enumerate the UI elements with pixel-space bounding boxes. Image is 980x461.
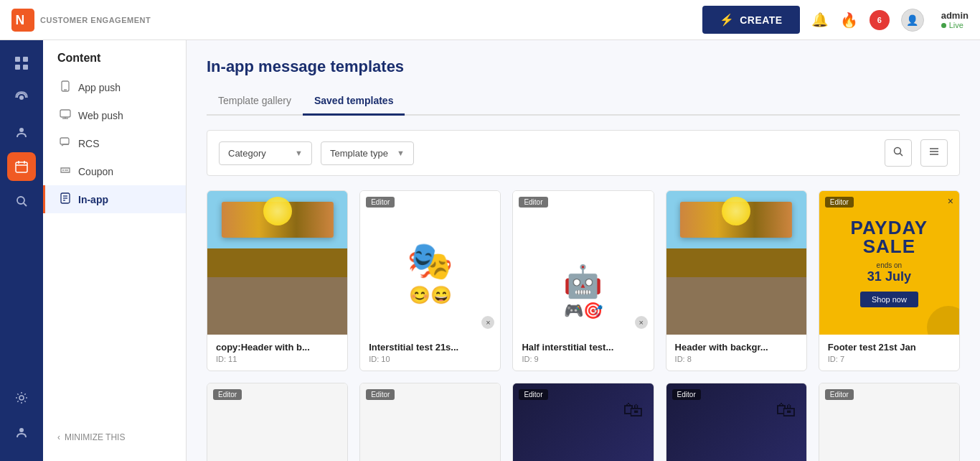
close-icon-5[interactable]: × — [948, 195, 953, 207]
shop-now-button[interactable]: Shop now — [860, 292, 918, 307]
sidebar-item-in-app[interactable]: In-app — [43, 185, 186, 213]
svg-rect-8 — [16, 162, 27, 172]
web-push-icon — [60, 108, 71, 122]
logo: N CUSTOMER ENGAGEMENT — [11, 9, 151, 32]
coupon-label: Coupon — [78, 166, 113, 177]
rail-item-grid[interactable] — [7, 49, 36, 78]
editor-badge-7: Editor — [366, 389, 395, 400]
nav-icons: 🔔 🔥 6 👤 admin Live — [811, 9, 969, 32]
create-button[interactable]: ⚡ CREATE — [702, 6, 800, 34]
top-nav: N CUSTOMER ENGAGEMENT ⚡ CREATE 🔔 🔥 6 👤 a… — [0, 0, 980, 40]
list-view-icon — [928, 146, 940, 157]
rail-item-users[interactable] — [7, 118, 36, 146]
category-filter[interactable]: Category ▼ — [219, 141, 312, 165]
rail-item-calendar[interactable] — [7, 152, 36, 181]
card-id-5: ID: 7 — [828, 355, 951, 363]
editor-badge-8: Editor — [519, 389, 547, 400]
template-type-chevron-icon: ▼ — [397, 149, 405, 157]
app-push-icon — [60, 80, 71, 94]
svg-point-12 — [17, 197, 24, 204]
sidebar-item-coupon[interactable]: Coupon — [43, 157, 186, 185]
tab-saved-templates[interactable]: Saved templates — [303, 88, 405, 116]
minimize-arrow-icon: ‹ — [57, 432, 60, 442]
tab-template-gallery[interactable]: Template gallery — [207, 88, 303, 116]
card-name-5: Footer test 21st Jan — [828, 342, 951, 353]
category-filter-label: Category — [228, 148, 266, 159]
svg-rect-3 — [23, 57, 28, 62]
rail-item-settings[interactable] — [7, 383, 36, 412]
card-id-1: ID: 11 — [216, 355, 339, 363]
editor-badge-9: Editor — [672, 389, 701, 400]
web-push-label: Web push — [78, 110, 123, 121]
card-name-1: copy:Header with b... — [216, 342, 339, 353]
notification-count-button[interactable]: 6 — [870, 10, 890, 30]
sidebar-item-rcs[interactable]: RCS — [43, 129, 186, 157]
admin-info: admin Live — [941, 10, 969, 29]
template-card-5[interactable]: Editor × PAYDAYSALE ends on 31 July Shop… — [819, 190, 960, 371]
template-card-6[interactable]: Editor — [207, 383, 348, 461]
search-icon — [892, 146, 904, 157]
template-card-7[interactable]: Editor — [359, 383, 501, 461]
sidebar-title: Content — [43, 52, 186, 73]
minimize-button[interactable]: ‹ MINIMIZE THIS — [43, 425, 186, 450]
card-id-4: ID: 8 — [675, 355, 798, 363]
svg-line-29 — [900, 154, 903, 157]
sidebar-item-web-push[interactable]: Web push — [43, 101, 186, 129]
card-name-4: Header with backgr... — [675, 342, 798, 353]
sidebar-item-app-push[interactable]: App push — [43, 73, 186, 101]
editor-badge-6: Editor — [213, 389, 242, 400]
card-id-3: ID: 9 — [522, 355, 644, 363]
rail-item-search[interactable] — [7, 187, 36, 215]
sidebar: Content App push Web push RCS Coupon — [43, 40, 187, 461]
template-card-3[interactable]: Editor 🤖 🎮🎯 × Half interstitial test... … — [512, 190, 654, 371]
search-filter-button[interactable] — [885, 139, 912, 167]
svg-point-14 — [19, 396, 24, 400]
svg-point-28 — [895, 148, 901, 154]
svg-point-22 — [62, 169, 64, 171]
icon-rail — [0, 40, 43, 461]
template-grid-row2: Editor Editor Ed — [207, 383, 960, 461]
bolt-icon: ⚡ — [720, 13, 735, 27]
card-name-2: Interstitial test 21s... — [369, 342, 491, 353]
status-dot — [941, 23, 946, 28]
status-label: Live — [949, 21, 963, 29]
coupon-icon — [60, 164, 71, 178]
template-type-filter[interactable]: Template type ▼ — [321, 141, 414, 165]
main-layout: Content App push Web push RCS Coupon — [0, 40, 980, 461]
card-name-3: Half interstitial test... — [522, 342, 644, 353]
notification-bell-button[interactable]: 🔔 — [811, 11, 829, 28]
template-card-9[interactable]: Editor Share your ShopEase ⭐ 🛍 — [666, 383, 807, 461]
category-chevron-icon: ▼ — [295, 149, 303, 157]
svg-rect-21 — [60, 138, 69, 144]
template-card-2[interactable]: Editor 🎭 😊😄 × Interstitial test 21s... I… — [359, 190, 501, 371]
svg-rect-2 — [15, 57, 20, 62]
close-icon-3[interactable]: × — [635, 316, 648, 329]
page-title: In-app message templates — [207, 57, 960, 76]
editor-badge-2: Editor — [366, 197, 395, 208]
rcs-icon — [60, 136, 71, 150]
rcs-label: RCS — [78, 138, 100, 149]
filter-bar: Category ▼ Template type ▼ — [207, 130, 960, 176]
template-card-4[interactable]: Editor × Header with backgr... ID: 8 — [666, 190, 807, 371]
product-label: CUSTOMER ENGAGEMENT — [40, 16, 151, 24]
svg-line-13 — [24, 203, 27, 206]
notification-badge: 6 — [870, 10, 890, 30]
tabs: Template gallery Saved templates — [207, 88, 960, 116]
create-label: CREATE — [740, 14, 783, 26]
editor-badge-3: Editor — [519, 197, 547, 208]
template-card-10[interactable]: Editor — [819, 383, 960, 461]
rail-item-broadcast[interactable] — [7, 83, 36, 112]
view-toggle-button[interactable] — [920, 139, 948, 167]
in-app-label: In-app — [78, 194, 108, 205]
in-app-icon — [60, 192, 71, 206]
avatar: 👤 — [901, 9, 924, 32]
template-card-8[interactable]: Editor Share your ShopEase ⭐ 🛍 — [512, 383, 654, 461]
netcore-logo: N — [11, 9, 34, 32]
card-id-2: ID: 10 — [369, 355, 491, 363]
rail-item-support[interactable] — [7, 418, 36, 447]
minimize-label: MINIMIZE THIS — [65, 432, 125, 442]
template-card-1[interactable]: Editor × copy:Header with b... ID: 11 — [207, 190, 348, 371]
flame-button[interactable]: 🔥 — [840, 11, 858, 29]
admin-name: admin — [941, 10, 969, 21]
svg-point-7 — [19, 128, 24, 132]
